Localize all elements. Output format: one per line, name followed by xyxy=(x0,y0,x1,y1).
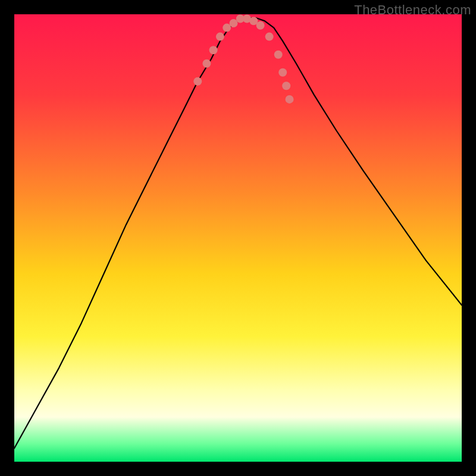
sample-point xyxy=(274,51,283,59)
bottleneck-chart xyxy=(14,14,462,462)
chart-frame xyxy=(14,14,462,462)
watermark-text: TheBottleneck.com xyxy=(354,2,471,18)
gradient-background xyxy=(14,14,462,462)
sample-point xyxy=(202,60,211,68)
sample-point xyxy=(193,77,202,86)
sample-point xyxy=(282,82,290,90)
sample-point xyxy=(256,21,265,30)
sample-point xyxy=(209,46,218,54)
sample-point xyxy=(216,33,224,41)
sample-point xyxy=(278,68,287,77)
sample-point xyxy=(286,95,294,104)
sample-point xyxy=(265,33,274,41)
